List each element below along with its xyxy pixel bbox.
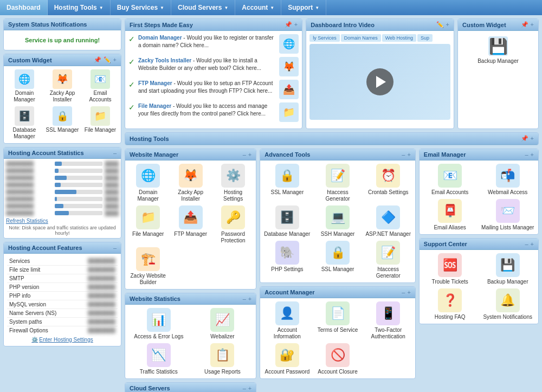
tool-item[interactable]: 📝 htaccess Generator — [365, 241, 412, 279]
list-item: Name Servers (NS) ████████ — [7, 309, 118, 318]
nav-support-label: Support — [288, 4, 313, 11]
nav-buy-services[interactable]: Buy Services ▼ — [111, 0, 171, 15]
plus-icon[interactable]: + — [407, 289, 410, 295]
step-icon: 🌐 — [279, 34, 299, 54]
tool-item[interactable]: 📄 Terms of Service — [314, 301, 361, 340]
plus-icon[interactable]: + — [531, 135, 534, 142]
edit-icon[interactable]: ✏️ — [104, 56, 111, 63]
plus-icon[interactable]: + — [531, 241, 534, 247]
tool-item[interactable]: 🆘 Trouble Tickets — [423, 253, 478, 285]
tool-item[interactable]: 📊 Access & Error Logs — [128, 308, 189, 340]
video-tab[interactable]: ly Services — [309, 34, 340, 42]
minimize-icon[interactable]: – — [525, 151, 528, 158]
tool-item[interactable]: 🔷 ASP.NET Manager — [365, 205, 412, 237]
refresh-stats-link[interactable]: Refresh Statistics — [6, 218, 119, 224]
plus-icon[interactable]: + — [248, 385, 251, 391]
tool-item[interactable]: 🌐 Domain Manager — [128, 164, 167, 202]
minimize-icon[interactable]: – — [243, 385, 246, 391]
email-manager-title: Email Manager — [424, 151, 466, 158]
enter-hosting-settings-link[interactable]: ⚙️ Enter Hosting Settings — [7, 337, 118, 343]
tool-item[interactable]: 👤 Account Information — [263, 301, 311, 340]
custom-widget-icon[interactable]: 🌐 Domain Manager — [7, 69, 42, 103]
custom-widget-icon[interactable]: 🗄️ Database Manager — [7, 106, 42, 140]
tool-item[interactable]: 📤 FTP Manager — [171, 205, 210, 244]
nav-hosting-tools[interactable]: Hosting Tools ▼ — [48, 0, 111, 15]
minimize-icon[interactable]: – — [113, 150, 117, 156]
tool-label: Webalizer — [210, 333, 234, 340]
minimize-icon[interactable]: – — [525, 241, 528, 247]
tool-item[interactable]: 📱 Two-Factor Authentication — [365, 301, 412, 340]
pin-icon[interactable]: 📌 — [94, 56, 101, 63]
plus-icon[interactable]: + — [407, 151, 410, 158]
minimize-icon[interactable]: – — [243, 151, 246, 158]
tool-item[interactable]: ⚙️ Hosting Settings — [214, 164, 253, 202]
custom-widget-icon[interactable]: 🔒 SSL Manager — [45, 106, 80, 140]
wm-controls: – + — [243, 151, 252, 158]
close-icon[interactable]: + — [113, 56, 117, 63]
minimize-icon[interactable]: – — [402, 289, 405, 295]
tool-item[interactable]: 📈 Webalizer — [192, 308, 253, 340]
pin-icon[interactable]: 📌 — [285, 21, 292, 28]
play-button[interactable] — [366, 68, 393, 95]
tool-item[interactable]: 🔒 SSL Manager — [314, 241, 361, 279]
tool-label: Terms of Service — [318, 327, 358, 333]
email-manager-box: Email Manager – + 📧 Email Accounts📬 Webm… — [419, 149, 539, 235]
nav-account[interactable]: Account ▼ — [235, 0, 281, 15]
tool-item[interactable]: 📉 Traffic Statistics — [128, 343, 189, 375]
plus-icon[interactable]: + — [294, 21, 298, 28]
stat-bar-bg — [55, 204, 102, 208]
ht-mid-col: Advanced Tools – + 🔒 SSL Manager📝 htacce… — [260, 149, 416, 379]
tool-item[interactable]: 🦊 Zacky App Installer — [171, 164, 210, 202]
cloud-servers-title: Cloud Servers — [130, 385, 170, 391]
nav-cloud-servers[interactable]: Cloud Servers ▼ — [171, 0, 235, 15]
nav-support[interactable]: Support ▼ — [281, 0, 326, 15]
top-row: First Steps Made Easy 📌 + ✓ Domain Manag… — [125, 18, 539, 129]
plus-icon[interactable]: + — [446, 21, 449, 28]
tool-item[interactable]: 📬 Webmail Access — [480, 164, 535, 196]
tool-item[interactable]: 🔑 Password Protection — [214, 205, 253, 244]
tool-item[interactable]: 💾 Backup Manager — [480, 253, 535, 285]
plus-icon[interactable]: + — [531, 151, 534, 158]
custom-widget-icon[interactable]: 📁 File Manager — [83, 106, 118, 140]
tool-item[interactable]: 📝 htaccess Generator — [314, 164, 361, 202]
minimize-icon[interactable]: – — [113, 245, 117, 251]
step-item: ✓ FTP Manager - Would you like to setup … — [128, 80, 299, 99]
tool-item[interactable]: 📧 Email Accounts — [423, 164, 478, 196]
video-preview[interactable] — [309, 44, 450, 120]
minimize-icon[interactable]: – — [402, 151, 405, 158]
tool-item[interactable]: 🔔 System Notifications — [480, 288, 535, 320]
tool-item[interactable]: ⏰ Crontab Settings — [365, 164, 412, 202]
pin-icon[interactable]: 📌 — [521, 135, 528, 142]
plus-icon[interactable]: + — [248, 295, 251, 302]
step-icon: 📁 — [279, 102, 299, 122]
custom-widget-icon[interactable]: 🦊 Zacky App Installer — [45, 69, 80, 103]
tool-item[interactable]: 🔐 Account Password — [263, 343, 311, 375]
tool-item[interactable]: ❓ Hosting FAQ — [423, 288, 478, 320]
nav-buy-services-label: Buy Services — [117, 4, 158, 11]
tool-item[interactable]: 🏗️ Zacky Website Builder — [128, 247, 167, 286]
edit-icon[interactable]: ✏️ — [436, 21, 444, 28]
tool-label: PHP Settings — [271, 266, 303, 273]
tool-item[interactable]: 🐘 PHP Settings — [263, 241, 311, 279]
widget-icon-label: Domain Manager — [7, 90, 42, 103]
video-tab[interactable]: Sup — [417, 34, 433, 42]
support-center-header: Support Center – + — [420, 239, 538, 250]
plus-icon[interactable]: + — [248, 151, 251, 158]
tool-label: Domain Manager — [128, 189, 167, 202]
tool-item[interactable]: 💻 SSH Manager — [314, 205, 361, 237]
minimize-icon[interactable]: – — [243, 295, 246, 302]
tool-item[interactable]: 📁 File Manager — [128, 205, 167, 244]
custom-widget-right-title: Custom Widget — [462, 22, 506, 28]
tool-item[interactable]: 📨 Mailing Lists Manager — [480, 199, 535, 231]
nav-dashboard[interactable]: Dashboard — [0, 0, 48, 15]
pin-icon[interactable]: 📌 — [521, 21, 528, 28]
video-tab[interactable]: Web Hosting — [382, 34, 416, 42]
plus-icon[interactable]: + — [531, 21, 534, 28]
tool-item[interactable]: 🔒 SSL Manager — [263, 164, 311, 202]
tool-item[interactable]: 🗄️ Database Manager — [263, 205, 311, 237]
tool-item[interactable]: 📋 Usage Reports — [192, 343, 253, 375]
custom-widget-icon[interactable]: 📧 Email Accounts — [83, 69, 118, 103]
video-tab[interactable]: Domain Names — [341, 34, 381, 42]
tool-item[interactable]: 🚫 Account Closure — [314, 343, 361, 375]
tool-item[interactable]: 📮 Email Aliases — [423, 199, 478, 231]
